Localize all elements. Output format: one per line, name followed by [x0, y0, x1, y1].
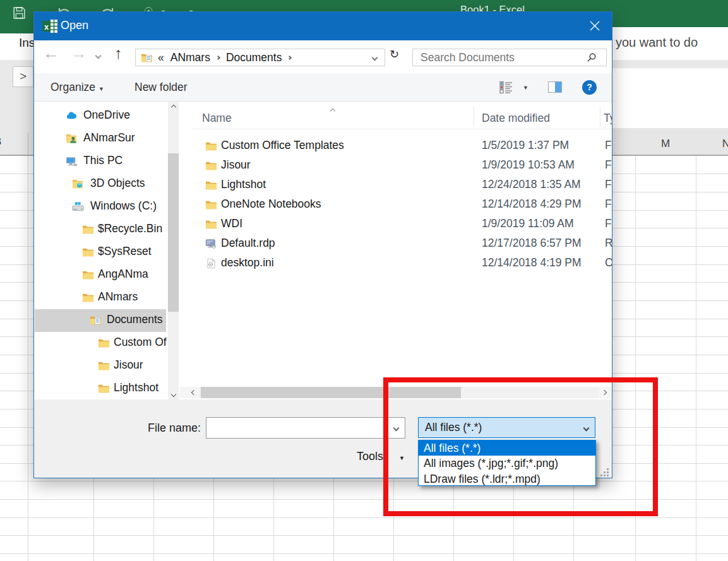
file-name-label: File name: [110, 422, 201, 435]
sidebar-item-windows-c-[interactable]: Windows (C:) [35, 196, 166, 218]
scroll-down-icon[interactable] [168, 389, 179, 399]
file-row-custom-office-templates[interactable]: Custom Office Templates1/5/2019 1:37 PMF [193, 136, 612, 156]
scroll-left-icon[interactable] [188, 387, 199, 398]
file-name-input[interactable] [206, 417, 405, 439]
file-row-jisour[interactable]: Jisour1/9/2019 10:53 AMF [193, 156, 612, 175]
sidebar-item-label: Jisour [114, 358, 143, 372]
column-header-name[interactable]: Name [202, 112, 232, 125]
organize-caret-icon: ▼ [98, 86, 104, 92]
column-header-m[interactable]: M [635, 138, 696, 150]
sidebar-item-lightshot[interactable]: Lightshot [35, 377, 166, 399]
search-icon[interactable] [587, 52, 597, 62]
file-type-partial: C [605, 256, 612, 269]
sidebar-item-label: Lightshot [114, 381, 158, 394]
sidebar-item-documents[interactable]: Documents [35, 309, 166, 332]
sidebar-scrollbar-thumb[interactable] [168, 153, 179, 312]
column-separator[interactable] [474, 107, 474, 127]
save-icon[interactable] [11, 4, 27, 21]
sidebar-item-3d-objects[interactable]: 3D Objects [35, 173, 166, 196]
file-type-partial: F [605, 139, 612, 152]
column-header-n[interactable]: N [696, 138, 728, 150]
file-row-lightshot[interactable]: Lightshot12/24/2018 1:35 AMF [193, 175, 612, 195]
breadcrumb[interactable]: « ANmars Documents [135, 49, 385, 66]
sidebar-item-label: OneDrive [83, 109, 130, 122]
breadcrumb-dropdown-icon[interactable] [372, 54, 378, 61]
sidebar-item-this-pc[interactable]: This PC [35, 150, 166, 173]
sidebar-item-custom-office-templates[interactable]: Custom Office Templates [35, 332, 166, 355]
close-icon[interactable] [577, 12, 612, 40]
drive-icon [72, 201, 84, 212]
column-header-b-partial[interactable]: B [0, 134, 6, 150]
folder-icon [98, 383, 110, 394]
column-separator[interactable] [600, 107, 600, 127]
folder-icon [205, 180, 217, 191]
file-row-onenote-notebooks[interactable]: OneNote Notebooks12/14/2018 4:29 PMF [193, 195, 612, 215]
file-row-default-rdp[interactable]: Default.rdp12/17/2018 6:57 PMR [193, 234, 612, 254]
column-header-type[interactable]: Type [604, 112, 612, 125]
sort-ascending-icon[interactable] [331, 104, 335, 115]
file-date-modified: 12/24/2018 1:35 AM [482, 178, 581, 191]
sidebar-item-label: Custom Office Templates [114, 336, 167, 349]
scroll-up-icon[interactable] [168, 102, 179, 112]
excel-logo-icon: x [42, 20, 57, 33]
sidebar-item-jisour[interactable]: Jisour [35, 355, 166, 377]
file-row-wdi[interactable]: WDI1/9/2019 11:09 AMF [193, 215, 612, 234]
forward-icon[interactable]: → [71, 44, 87, 63]
breadcrumb-sep-icon[interactable] [216, 55, 220, 59]
folder-icon [82, 224, 94, 235]
folder-doc-icon [90, 315, 102, 326]
file-row-desktop-ini[interactable]: desktop.ini12/14/2018 4:19 PMC [193, 254, 612, 273]
folder-3d-icon [72, 179, 84, 189]
sidebar-item-anmarsur[interactable]: ANmarSur [35, 127, 166, 150]
preview-pane-icon[interactable] [548, 81, 562, 93]
breadcrumb-ellipsis[interactable]: « [158, 51, 164, 64]
dialog-titlebar[interactable]: x Open [34, 12, 612, 40]
search-input[interactable]: Search Documents [412, 49, 607, 66]
folder-icon [82, 292, 94, 303]
file-date-modified: 12/17/2018 6:57 PM [482, 237, 582, 250]
dialog-title: Open [61, 19, 88, 32]
organize-button[interactable]: Organize ▼ [51, 81, 104, 94]
expand-box[interactable]: > [13, 66, 33, 87]
sidebar-item-label: AngANma [98, 268, 148, 281]
column-header-date-modified[interactable]: Date modified [482, 112, 550, 125]
annotation-rectangle [383, 377, 658, 516]
sidebar-item-label: Windows (C:) [90, 199, 157, 213]
svg-text:x: x [44, 22, 49, 32]
tell-me-box-partial[interactable]: you want to do [616, 35, 698, 50]
up-icon[interactable]: ↑ [114, 44, 122, 62]
sidebar-item-label: $Recycle.Bin [98, 222, 162, 235]
pc-icon [66, 156, 78, 167]
ini-icon [205, 258, 217, 269]
breadcrumb-sep-icon[interactable] [287, 55, 292, 59]
sidebar-item-onedrive[interactable]: OneDrive [35, 105, 166, 127]
file-date-modified: 1/9/2019 10:53 AM [482, 158, 575, 172]
sidebar: OneDriveANmarSurThis PC3D ObjectsWindows… [34, 102, 167, 399]
file-name: Lightshot [221, 178, 266, 191]
rdp-icon [205, 239, 217, 249]
file-type-partial: R [605, 237, 612, 250]
breadcrumb-item-documents[interactable]: Documents [226, 51, 282, 64]
views-caret-icon[interactable]: ▼ [523, 85, 528, 91]
breadcrumb-item-anmars[interactable]: ANmars [170, 51, 210, 64]
refresh-icon[interactable]: ↻ [390, 47, 399, 61]
tab-insert-partial[interactable]: Ins [19, 36, 35, 50]
sidebar-item--sysreset[interactable]: $SysReset [35, 241, 166, 264]
help-button[interactable]: ? [582, 80, 597, 95]
sidebar-item-anganma[interactable]: AngANma [35, 264, 166, 286]
folder-icon [205, 199, 217, 210]
documents-folder-icon [141, 52, 153, 63]
folder-icon [205, 160, 217, 171]
sidebar-item-label: ANmars [98, 290, 138, 304]
sidebar-item-anmars[interactable]: ANmars [35, 286, 166, 309]
back-icon[interactable]: ← [43, 44, 59, 63]
view-details-icon[interactable] [499, 81, 513, 94]
file-date-modified: 12/14/2018 4:29 PM [482, 198, 582, 211]
cloud-icon [66, 110, 78, 121]
folder-icon [205, 219, 217, 230]
new-folder-button[interactable]: New folder [134, 81, 188, 94]
sidebar-item--recycle-bin[interactable]: $Recycle.Bin [35, 218, 166, 241]
folder-icon [98, 338, 110, 348]
file-date-modified: 1/5/2019 1:37 PM [482, 139, 569, 152]
sidebar-scrollbar[interactable] [168, 102, 179, 399]
